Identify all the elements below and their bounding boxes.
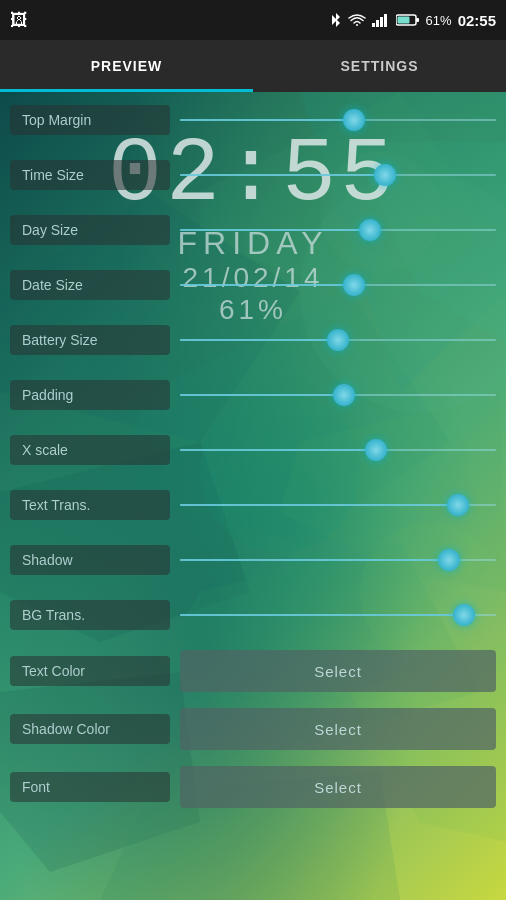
select-row-font: Font Select	[0, 758, 506, 816]
svg-rect-1	[376, 20, 379, 27]
slider-track-day-size[interactable]	[180, 229, 496, 231]
slider-track-padding[interactable]	[180, 394, 496, 396]
slider-container-shadow[interactable]	[170, 559, 496, 561]
slider-fill-bg-trans	[180, 614, 464, 616]
slider-row-text-trans: Text Trans.	[0, 477, 506, 532]
slider-thumb-time-size[interactable]	[374, 164, 396, 186]
slider-track-x-scale[interactable]	[180, 449, 496, 451]
svg-rect-3	[384, 14, 387, 27]
slider-fill-battery-size	[180, 339, 338, 341]
label-time-size: Time Size	[10, 160, 170, 190]
slider-thumb-shadow[interactable]	[438, 549, 460, 571]
slider-track-time-size[interactable]	[180, 174, 496, 176]
select-row-shadow-color: Shadow Color Select	[0, 700, 506, 758]
label-bg-trans: BG Trans.	[10, 600, 170, 630]
select-row-text-color: Text Color Select	[0, 642, 506, 700]
select-button-font[interactable]: Select	[180, 766, 496, 808]
slider-container-padding[interactable]	[170, 394, 496, 396]
bluetooth-icon	[330, 11, 342, 29]
slider-container-top-margin[interactable]	[170, 119, 496, 121]
slider-row-x-scale: X scale	[0, 422, 506, 477]
slider-fill-top-margin	[180, 119, 354, 121]
tabs: PREVIEW SETTINGS	[0, 40, 506, 92]
slider-row-battery-size: Battery Size	[0, 312, 506, 367]
photo-icon: 🖼	[10, 10, 28, 31]
slider-container-x-scale[interactable]	[170, 449, 496, 451]
svg-rect-6	[397, 17, 409, 24]
slider-thumb-bg-trans[interactable]	[453, 604, 475, 626]
label-date-size: Date Size	[10, 270, 170, 300]
slider-fill-x-scale	[180, 449, 376, 451]
slider-container-battery-size[interactable]	[170, 339, 496, 341]
select-rows: Text Color Select Shadow Color Select Fo…	[0, 642, 506, 816]
slider-track-text-trans[interactable]	[180, 504, 496, 506]
label-text-trans: Text Trans.	[10, 490, 170, 520]
slider-container-bg-trans[interactable]	[170, 614, 496, 616]
svg-rect-5	[416, 18, 419, 22]
svg-rect-0	[372, 23, 375, 27]
slider-fill-day-size	[180, 229, 370, 231]
status-bar: 🖼 61% 02:55	[0, 0, 506, 40]
slider-thumb-top-margin[interactable]	[343, 109, 365, 131]
slider-thumb-battery-size[interactable]	[327, 329, 349, 351]
slider-track-bg-trans[interactable]	[180, 614, 496, 616]
select-button-shadow-color[interactable]: Select	[180, 708, 496, 750]
tab-preview[interactable]: PREVIEW	[0, 40, 253, 92]
label-battery-size: Battery Size	[10, 325, 170, 355]
slider-thumb-date-size[interactable]	[343, 274, 365, 296]
slider-row-top-margin: Top Margin	[0, 92, 506, 147]
slider-fill-padding	[180, 394, 344, 396]
select-button-text-color[interactable]: Select	[180, 650, 496, 692]
label-top-margin: Top Margin	[10, 105, 170, 135]
tab-settings[interactable]: SETTINGS	[253, 40, 506, 92]
slider-thumb-x-scale[interactable]	[365, 439, 387, 461]
slider-thumb-day-size[interactable]	[359, 219, 381, 241]
status-right-icons: 61% 02:55	[330, 11, 496, 29]
slider-container-time-size[interactable]	[170, 174, 496, 176]
label-x-scale: X scale	[10, 435, 170, 465]
battery-icon	[396, 13, 420, 27]
slider-fill-date-size	[180, 284, 354, 286]
slider-row-shadow: Shadow	[0, 532, 506, 587]
status-left-icons: 🖼	[10, 10, 28, 31]
slider-row-padding: Padding	[0, 367, 506, 422]
slider-row-time-size: Time Size	[0, 147, 506, 202]
select-label-text-color: Text Color	[10, 656, 170, 686]
select-label-shadow-color: Shadow Color	[10, 714, 170, 744]
slider-track-shadow[interactable]	[180, 559, 496, 561]
slider-container-day-size[interactable]	[170, 229, 496, 231]
select-label-font: Font	[10, 772, 170, 802]
label-padding: Padding	[10, 380, 170, 410]
slider-thumb-padding[interactable]	[333, 384, 355, 406]
settings-panel: Top Margin Time Size Day Size Date Size	[0, 92, 506, 816]
slider-row-bg-trans: BG Trans.	[0, 587, 506, 642]
slider-track-top-margin[interactable]	[180, 119, 496, 121]
slider-thumb-text-trans[interactable]	[447, 494, 469, 516]
label-shadow: Shadow	[10, 545, 170, 575]
slider-fill-text-trans	[180, 504, 458, 506]
slider-track-date-size[interactable]	[180, 284, 496, 286]
slider-container-text-trans[interactable]	[170, 504, 496, 506]
slider-container-date-size[interactable]	[170, 284, 496, 286]
status-time: 02:55	[458, 12, 496, 29]
slider-row-day-size: Day Size	[0, 202, 506, 257]
slider-track-battery-size[interactable]	[180, 339, 496, 341]
slider-rows: Top Margin Time Size Day Size Date Size	[0, 92, 506, 642]
slider-row-date-size: Date Size	[0, 257, 506, 312]
label-day-size: Day Size	[10, 215, 170, 245]
signal-icon	[372, 13, 390, 27]
svg-rect-2	[380, 17, 383, 27]
slider-fill-shadow	[180, 559, 449, 561]
wifi-icon	[348, 13, 366, 27]
slider-fill-time-size	[180, 174, 385, 176]
battery-percentage: 61%	[426, 13, 452, 28]
